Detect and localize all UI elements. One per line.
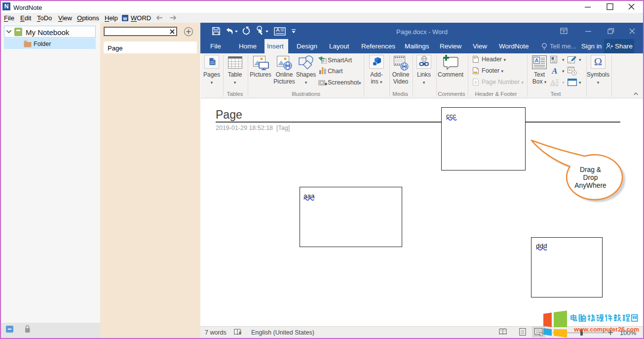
svg-text:A: A bbox=[535, 57, 539, 63]
svg-text:A: A bbox=[551, 67, 557, 75]
svg-text:AnyWhere: AnyWhere bbox=[574, 182, 606, 189]
svg-text:www.computer26.com: www.computer26.com bbox=[573, 326, 639, 333]
svg-text:Drag &: Drag & bbox=[580, 166, 601, 173]
svg-text:Drop: Drop bbox=[583, 174, 598, 181]
svg-text:w: w bbox=[123, 16, 127, 21]
svg-text:#: # bbox=[474, 80, 477, 85]
